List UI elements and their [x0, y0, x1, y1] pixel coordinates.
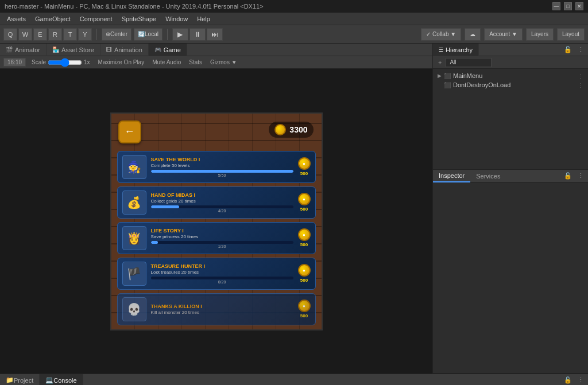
tab-animation[interactable]: 🎞 Animation: [100, 44, 149, 56]
hierarchy-lock-button[interactable]: 🔓: [562, 45, 574, 54]
ach-5-icon: 💀: [122, 297, 146, 321]
tool-move[interactable]: W: [18, 28, 32, 41]
ach-3-progress-bar: [151, 241, 293, 244]
achievement-1[interactable]: 🧙 SAVE THE WORLD I Complete 50 levels 5/…: [117, 151, 316, 183]
console-lock-button[interactable]: 🔓: [562, 376, 574, 384]
hierarchy-item-label-2: DontDestroyOnLoad: [453, 81, 510, 88]
tab-asset-store[interactable]: 🏪 Asset Store: [47, 44, 100, 56]
ach-2-progress-text: 4/20: [151, 209, 293, 213]
ach-3-reward-amt: 500: [300, 242, 308, 247]
menu-spriteshape[interactable]: SpriteShape: [117, 14, 161, 24]
tool-hand[interactable]: Q: [3, 28, 17, 41]
minimize-button[interactable]: —: [552, 2, 560, 10]
tool-scale[interactable]: R: [48, 28, 62, 41]
coin-amount: 3300: [289, 125, 307, 134]
hierarchy-search-input[interactable]: [446, 58, 492, 67]
cloud-button[interactable]: ☁: [465, 28, 481, 41]
ach-4-progress-bar: [151, 277, 293, 279]
ach-4-reward: ● 500: [298, 264, 311, 283]
center-button[interactable]: ⊕ Center: [102, 28, 131, 41]
menu-assets[interactable]: Assets: [2, 14, 30, 24]
ach-3-coin-icon: ●: [298, 228, 311, 241]
achievement-4[interactable]: 🏴 TREASURE HUNTER I Loot treasures 20 ti…: [117, 258, 316, 290]
ach-5-desc: Kill all monster 20 times: [151, 310, 293, 315]
achievement-2[interactable]: 💰 HAND OF MIDAS I Collect golds 20 times…: [117, 186, 316, 219]
options-icon-2[interactable]: ⋮: [578, 82, 583, 88]
play-button[interactable]: ▶: [172, 28, 188, 41]
asset-store-icon: 🏪: [52, 46, 59, 53]
hierarchy-toolbar: +: [433, 56, 588, 69]
ach-3-name: LIFE STORY I: [151, 228, 293, 234]
close-button[interactable]: ✕: [575, 2, 583, 10]
hierarchy-item-mainmenu[interactable]: ▶ ⬛ MainMenu ⋮: [433, 71, 588, 80]
ach-4-reward-amt: 500: [300, 278, 308, 283]
menu-help[interactable]: Help: [192, 14, 215, 24]
local-button[interactable]: 🔄 Local: [134, 28, 163, 41]
mute-audio-button[interactable]: Mute Audio: [150, 59, 183, 66]
project-icon: 📁: [6, 376, 14, 384]
account-button[interactable]: Account ▼: [484, 28, 523, 41]
layout-button[interactable]: Layout: [557, 28, 585, 41]
ach-4-coin-icon: ●: [298, 264, 311, 277]
inspector-menu-button[interactable]: ⋮: [576, 172, 586, 180]
ach-3-desc: Save princess 20 times: [151, 234, 293, 239]
tab-game[interactable]: 🎮 Game: [149, 44, 187, 56]
tab-console[interactable]: 💻 Console: [40, 374, 83, 386]
tab-inspector[interactable]: Inspector: [433, 170, 470, 182]
game-ui: ← 3300 🧙 SAVE THE WORLD I Comple: [111, 114, 322, 329]
toolbar: Q W E R T Y ⊕ Center 🔄 Local ▶ ⏸ ⏭ ✓ Col…: [0, 25, 588, 44]
tool-rotate[interactable]: E: [33, 28, 47, 41]
ach-1-reward-amt: 500: [300, 171, 308, 176]
achievement-3[interactable]: 👸 LIFE STORY I Save princess 20 times 1/…: [117, 222, 316, 254]
tool-transform[interactable]: Y: [78, 28, 92, 41]
stats-button[interactable]: Stats: [187, 59, 204, 66]
toolbar-separator-1: [96, 29, 97, 40]
tab-services[interactable]: Services: [470, 170, 506, 182]
scale-slider[interactable]: [48, 59, 82, 66]
ach-2-progress-fill: [151, 205, 180, 208]
scale-control: Scale 1x: [29, 59, 92, 67]
scene-icon: ⬛: [444, 73, 451, 79]
aspect-ratio-select[interactable]: 16:10: [3, 58, 26, 67]
ach-1-name: SAVE THE WORLD I: [151, 157, 293, 162]
menu-window[interactable]: Window: [161, 14, 192, 24]
game-content: ← 3300 🧙 SAVE THE WORLD I Comple: [110, 112, 323, 330]
collab-button[interactable]: ✓ Collab ▼: [421, 28, 461, 41]
game-toolbar: 16:10 Scale 1x Maximize On Play Mute Aud…: [0, 56, 432, 69]
ach-1-info: SAVE THE WORLD I Complete 50 levels 5/50: [151, 157, 293, 177]
hierarchy-item-dontdestroy[interactable]: ▶ ⬛ DontDestroyOnLoad ⋮: [433, 80, 588, 90]
transform-tools: Q W E R T Y: [3, 28, 92, 41]
menu-bar: Assets GameObject Component SpriteShape …: [0, 13, 588, 25]
ach-3-reward: ● 500: [298, 228, 311, 247]
ach-4-progress-text: 0/20: [151, 280, 293, 284]
hierarchy-menu-button[interactable]: ⋮: [576, 45, 586, 54]
ach-3-progress-text: 1/20: [151, 244, 293, 248]
pause-button[interactable]: ⏸: [189, 28, 206, 41]
hierarchy-tabs: ☰ Hierarchy 🔓 ⋮: [433, 44, 588, 56]
menu-component[interactable]: Component: [75, 14, 117, 24]
coin-icon: [274, 124, 286, 135]
options-icon[interactable]: ⋮: [578, 73, 583, 79]
gizmos-button[interactable]: Gizmos ▼: [208, 59, 239, 66]
console-menu-button[interactable]: ⋮: [576, 376, 586, 384]
layers-button[interactable]: Layers: [526, 28, 554, 41]
console-icon: 💻: [45, 376, 53, 384]
ach-5-coin-icon: ●: [298, 300, 311, 312]
tab-project[interactable]: 📁 Project: [0, 374, 40, 386]
ach-1-coin-icon: ●: [298, 157, 311, 170]
tab-hierarchy[interactable]: ☰ Hierarchy: [433, 44, 479, 56]
console-panel: 📁 Project 💻 Console 🔓 ⋮ Clear Collapse C…: [0, 374, 588, 385]
hierarchy-add-button[interactable]: +: [436, 59, 443, 67]
ach-2-icon: 💰: [122, 190, 146, 215]
menu-gameobject[interactable]: GameObject: [30, 14, 75, 24]
tab-animator[interactable]: 🎬 Animator: [0, 44, 47, 56]
back-button[interactable]: ←: [118, 120, 141, 143]
maximize-on-play-button[interactable]: Maximize On Play: [96, 59, 147, 66]
achievement-5[interactable]: 💀 THANKS A KILLION I Kill all monster 20…: [117, 293, 316, 325]
coin-display: 3300: [269, 122, 313, 138]
animation-icon: 🎞: [106, 46, 112, 53]
tool-rect[interactable]: T: [63, 28, 77, 41]
inspector-lock-button[interactable]: 🔓: [562, 172, 574, 180]
step-button[interactable]: ⏭: [207, 28, 223, 41]
maximize-button[interactable]: □: [564, 2, 572, 10]
